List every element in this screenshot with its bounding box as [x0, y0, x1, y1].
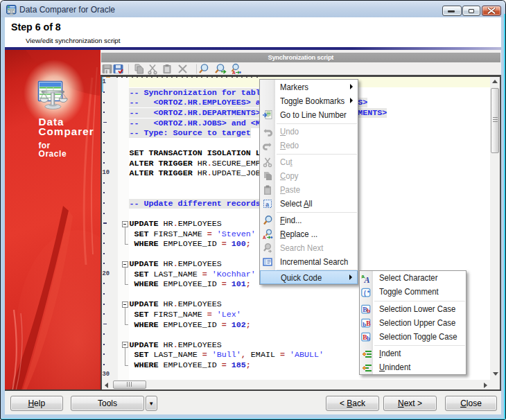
svg-text:A: A	[263, 235, 266, 240]
svg-text:A: A	[363, 275, 369, 284]
svg-text:B: B	[366, 320, 371, 327]
svg-text:A: A	[232, 70, 236, 75]
svg-text:b: b	[367, 307, 370, 314]
svg-text:(*: (*	[363, 290, 370, 297]
svg-text:b: b	[367, 335, 370, 342]
